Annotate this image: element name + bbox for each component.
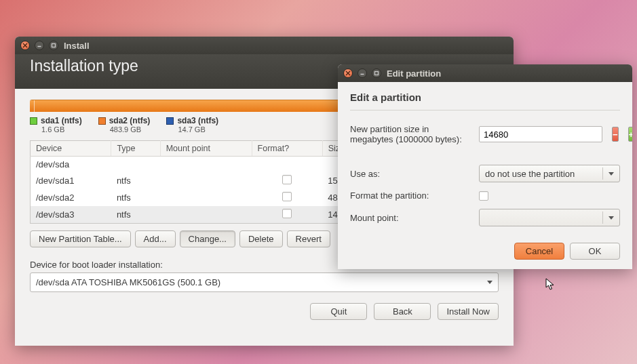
add-button[interactable]: Add... — [135, 230, 176, 247]
table-cell — [252, 172, 322, 189]
legend-swatch — [30, 117, 37, 125]
table-cell: /dev/sda — [31, 157, 111, 173]
table-cell: /dev/sda1 — [31, 172, 111, 189]
format-checkbox[interactable] — [282, 192, 292, 201]
mount-select[interactable] — [479, 209, 620, 226]
column-header[interactable]: Mount point — [160, 141, 252, 157]
use-as-row: Use as: do not use the partition — [350, 161, 620, 186]
table-cell: ntfs — [111, 189, 160, 206]
legend-size: 483.9 GB — [98, 125, 151, 134]
legend-name: sda1 (ntfs) — [41, 116, 82, 125]
size-input[interactable] — [480, 129, 602, 140]
minimize-icon[interactable] — [35, 41, 44, 50]
minimize-icon[interactable] — [358, 68, 367, 78]
chevron-down-icon — [487, 281, 493, 284]
change-button[interactable]: Change... — [180, 230, 235, 247]
table-cell — [252, 206, 322, 224]
size-label: New partition size in megabytes (1000000… — [350, 124, 471, 144]
back-button[interactable]: Back — [374, 303, 431, 320]
table-cell — [160, 206, 252, 224]
close-icon[interactable] — [343, 68, 353, 78]
chevron-down-icon — [609, 172, 614, 176]
dialog-titlebar[interactable]: Edit partition — [338, 64, 632, 82]
legend-item: sda3 (ntfs)14.7 GB — [166, 116, 218, 134]
new-partition-table-button[interactable]: New Partition Table... — [30, 230, 131, 247]
window-title: Install — [64, 41, 90, 51]
format-row: Format the partition: — [350, 186, 620, 205]
legend-item: sda2 (ntfs)483.9 GB — [98, 116, 151, 134]
table-cell — [252, 157, 322, 173]
divider — [350, 110, 620, 110]
dialog-title: Edit partition — [387, 68, 441, 79]
dialog-heading: Edit a partition — [350, 92, 620, 107]
legend-name: sda2 (ntfs) — [109, 116, 151, 125]
table-cell — [111, 157, 160, 173]
mouse-cursor-icon — [545, 278, 556, 291]
bootloader-value: /dev/sda ATA TOSHIBA MK5061GS (500.1 GB) — [36, 277, 220, 287]
table-cell — [160, 172, 252, 189]
close-icon[interactable] — [20, 41, 30, 50]
maximize-icon[interactable] — [372, 68, 381, 78]
use-as-label: Use as: — [350, 169, 471, 179]
increment-button[interactable]: + — [628, 127, 632, 142]
mount-label: Mount point: — [350, 213, 471, 223]
table-cell: ntfs — [111, 206, 160, 224]
mount-row: Mount point: — [350, 205, 620, 230]
format-checkbox[interactable] — [282, 175, 292, 184]
legend-size: 14.7 GB — [166, 125, 218, 134]
ok-button[interactable]: OK — [570, 243, 620, 260]
window-controls — [343, 68, 381, 78]
use-as-value: do not use the partition — [485, 169, 575, 179]
delete-button[interactable]: Delete — [239, 230, 283, 247]
legend-swatch — [166, 117, 174, 125]
svg-rect-0 — [52, 44, 56, 47]
table-cell — [160, 157, 252, 173]
format-checkbox[interactable] — [479, 191, 488, 201]
window-controls — [20, 41, 58, 50]
install-titlebar[interactable]: Install — [15, 37, 514, 54]
dialog-button-row: Cancel OK — [350, 230, 620, 260]
legend-swatch — [98, 117, 106, 125]
bootloader-select[interactable]: /dev/sda ATA TOSHIBA MK5061GS (500.1 GB) — [30, 272, 499, 292]
format-checkbox[interactable] — [282, 209, 292, 218]
legend-name: sda3 (ntfs) — [177, 116, 218, 125]
table-cell: /dev/sda2 — [31, 189, 111, 206]
table-cell: ntfs — [111, 172, 160, 189]
quit-button[interactable]: Quit — [310, 303, 367, 320]
size-spinner[interactable] — [479, 126, 602, 142]
size-row: New partition size in megabytes (1000000… — [350, 120, 620, 148]
table-cell — [160, 189, 252, 206]
install-now-button[interactable]: Install Now — [438, 303, 499, 320]
revert-button[interactable]: Revert — [287, 230, 330, 247]
dialog-body: Edit a partition New partition size in m… — [338, 82, 632, 269]
edit-partition-dialog: Edit partition Edit a partition New part… — [338, 64, 632, 269]
legend-size: 1.6 GB — [30, 125, 82, 134]
column-header[interactable]: Device — [31, 141, 111, 157]
column-header[interactable]: Type — [111, 141, 160, 157]
use-as-select[interactable]: do not use the partition — [479, 165, 620, 182]
column-header[interactable]: Format? — [252, 141, 322, 157]
table-cell — [252, 189, 322, 206]
decrement-button[interactable]: − — [612, 127, 619, 142]
wizard-nav-row: Quit Back Install Now — [30, 292, 499, 320]
svg-rect-1 — [375, 72, 379, 75]
table-cell: /dev/sda3 — [31, 206, 111, 224]
cancel-button[interactable]: Cancel — [514, 243, 564, 260]
maximize-icon[interactable] — [49, 41, 58, 50]
legend-item: sda1 (ntfs)1.6 GB — [30, 116, 82, 134]
format-label: Format the partition: — [350, 190, 471, 201]
chevron-down-icon — [609, 216, 614, 220]
